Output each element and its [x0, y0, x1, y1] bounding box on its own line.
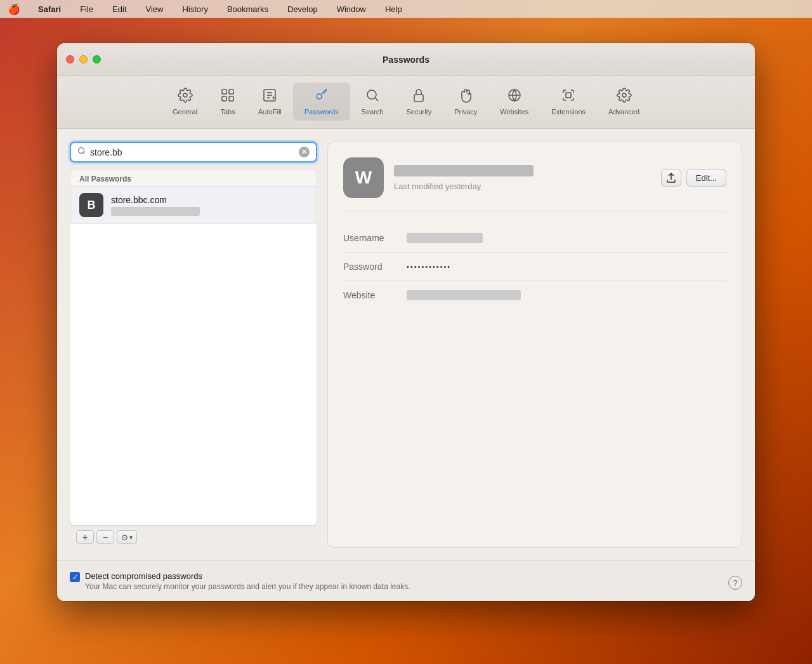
menubar-bookmarks[interactable]: Bookmarks [223, 3, 272, 15]
svg-rect-2 [229, 90, 233, 94]
tab-websites[interactable]: Websites [488, 83, 540, 121]
svg-point-11 [622, 93, 626, 97]
tab-general[interactable]: General [161, 83, 209, 121]
tab-autofill-label: AutoFill [258, 108, 282, 116]
svg-point-7 [367, 90, 376, 99]
tab-extensions[interactable]: Extensions [540, 83, 597, 121]
password-label: Password [343, 262, 407, 272]
list-bottom-bar: + − ⊙ ▾ [70, 526, 317, 548]
gear-icon [178, 88, 193, 105]
window-wrapper: Passwords General [0, 18, 812, 664]
right-panel: W Last modified yesterday Edit... [327, 142, 742, 548]
bottom-area: ✓ Detect compromised passwords Your Mac … [57, 561, 755, 601]
search-box: ✕ [70, 142, 317, 163]
detail-modified: Last modified yesterday [394, 182, 651, 191]
username-field: Username [343, 224, 726, 253]
advanced-icon [617, 88, 632, 105]
detect-checkbox[interactable]: ✓ [70, 572, 80, 582]
website-label: Website [343, 290, 407, 300]
remove-password-button[interactable]: − [96, 530, 114, 544]
svg-rect-4 [229, 96, 233, 101]
tab-extensions-label: Extensions [551, 108, 586, 116]
menubar-edit[interactable]: Edit [108, 3, 130, 15]
username-value-blur [407, 233, 483, 243]
svg-rect-1 [222, 90, 226, 94]
svg-rect-10 [566, 93, 571, 98]
menubar-help[interactable]: Help [381, 3, 406, 15]
svg-rect-3 [222, 96, 226, 101]
tab-general-label: General [173, 108, 197, 116]
toolbar: General Tabs [57, 76, 755, 129]
detect-label: Detect compromised passwords [85, 571, 723, 581]
tab-security-label: Security [406, 108, 431, 116]
menubar-view[interactable]: View [142, 3, 167, 15]
passwords-list: All Passwords B store.bbc.com [70, 169, 317, 526]
hand-icon [458, 88, 473, 105]
tab-search-label: Search [362, 108, 384, 116]
bottom-text-area: Detect compromised passwords Your Mac ca… [85, 571, 723, 591]
search-icon [77, 147, 86, 157]
clear-search-button[interactable]: ✕ [299, 147, 310, 157]
passwords-window: Passwords General [57, 43, 755, 601]
tabs-icon [220, 88, 235, 105]
list-section-header: All Passwords [70, 169, 317, 187]
tab-advanced[interactable]: Advanced [597, 83, 651, 121]
tab-websites-label: Websites [500, 108, 528, 116]
password-field: Password •••••••••••• [343, 253, 726, 281]
website-value-blur [407, 290, 521, 300]
zoom-button[interactable] [93, 55, 101, 63]
lock-icon [411, 88, 426, 105]
menubar-file[interactable]: File [76, 3, 97, 15]
menubar: 🍎 Safari File Edit View History Bookmark… [0, 0, 812, 18]
site-name: store.bbc.com [111, 195, 308, 205]
window-title: Passwords [383, 55, 429, 65]
main-content: ✕ All Passwords B store.bbc.com + − [57, 129, 755, 561]
tab-advanced-label: Advanced [608, 108, 639, 116]
add-password-button[interactable]: + [76, 530, 94, 544]
edit-button[interactable]: Edit... [686, 169, 726, 187]
tab-tabs-label: Tabs [220, 108, 235, 116]
tab-security[interactable]: Security [395, 83, 443, 121]
tab-passwords-label: Passwords [304, 108, 339, 116]
website-field: Website [343, 281, 726, 309]
titlebar: Passwords [57, 43, 755, 76]
tab-autofill[interactable]: AutoFill [247, 83, 293, 121]
globe-icon [507, 88, 522, 105]
list-item[interactable]: B store.bbc.com [70, 187, 317, 224]
tab-tabs[interactable]: Tabs [209, 83, 247, 121]
menubar-window[interactable]: Window [333, 3, 370, 15]
username-label: Username [343, 233, 407, 243]
detail-site-avatar: W [343, 157, 384, 198]
detail-site-info: Last modified yesterday [394, 165, 651, 191]
detect-desc: Your Mac can securely monitor your passw… [85, 582, 723, 591]
site-username-blur [111, 207, 200, 216]
chevron-down-icon: ▾ [129, 534, 133, 541]
svg-rect-8 [414, 95, 423, 102]
traffic-lights [66, 55, 101, 63]
site-info: store.bbc.com [111, 195, 308, 216]
share-button[interactable] [661, 169, 681, 187]
search-input[interactable] [90, 147, 295, 157]
key-icon [314, 88, 329, 105]
help-button[interactable]: ? [728, 576, 742, 590]
password-value: •••••••••••• [407, 263, 451, 270]
search-icon [365, 88, 380, 105]
menubar-history[interactable]: History [178, 3, 211, 15]
puzzle-icon [561, 88, 576, 105]
tab-privacy[interactable]: Privacy [443, 83, 488, 121]
svg-point-0 [183, 93, 187, 97]
more-options-button[interactable]: ⊙ ▾ [117, 530, 137, 544]
detail-actions: Edit... [661, 169, 726, 187]
close-button[interactable] [66, 55, 74, 63]
tab-passwords[interactable]: Passwords [293, 83, 350, 121]
tab-search[interactable]: Search [350, 83, 395, 121]
menubar-develop[interactable]: Develop [284, 3, 322, 15]
svg-point-6 [317, 94, 322, 99]
apple-menu[interactable]: 🍎 [8, 3, 20, 15]
menubar-safari[interactable]: Safari [34, 3, 65, 15]
minimize-button[interactable] [79, 55, 88, 63]
left-panel: ✕ All Passwords B store.bbc.com + − [70, 142, 317, 548]
detail-fields: Username Password •••••••••••• Website [343, 224, 726, 309]
smiley-icon: ⊙ [121, 533, 128, 542]
detail-site-title-blur [394, 165, 534, 176]
